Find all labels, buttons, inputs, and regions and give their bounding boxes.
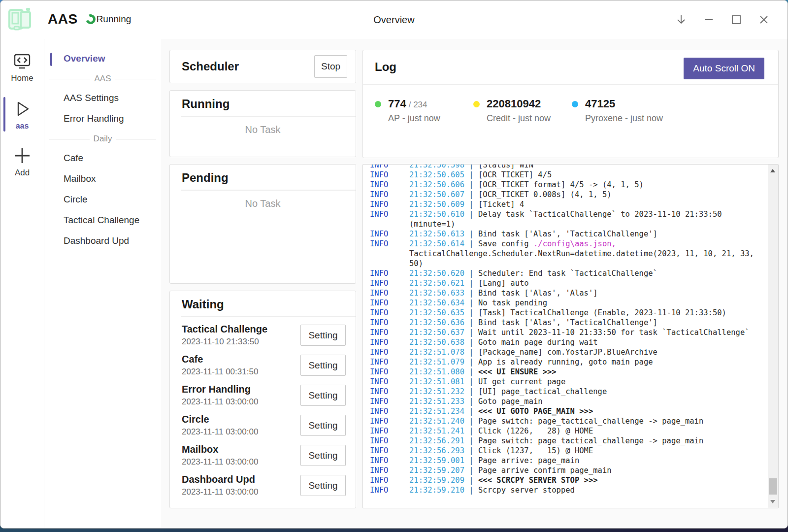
nav-item-circle[interactable]: Circle [44, 190, 161, 210]
nav-list: OverviewAASAAS SettingsError HandlingDai… [44, 39, 161, 528]
setting-button-dashboard-upd[interactable]: Setting [300, 475, 346, 496]
waiting-task-mailbox: Mailbox2023-11-11 03:00:00Setting [182, 440, 346, 470]
running-title: Running [182, 97, 356, 111]
log-line: INFO21:32:56.293 | Click (1237, 15) @ HO… [370, 446, 761, 456]
log-line: INFO21:32:50.634 | No task pending [370, 298, 761, 308]
minimize-icon[interactable] [701, 13, 716, 27]
log-column: Log Auto Scroll ON 774/ 234AP - just now… [362, 50, 779, 508]
running-empty-text: No Task [170, 117, 356, 135]
log-line: INFO21:32:50.598 | [Status] WIN [370, 164, 761, 170]
rail-item-add[interactable]: Add [0, 142, 44, 183]
nav-item-cafe[interactable]: Cafe [44, 148, 161, 169]
app-name: AAS [48, 11, 78, 27]
running-spinner-icon [84, 13, 97, 26]
log-line: INFO21:32:51.234 | <<< UI GOTO PAGE_MAIN… [370, 406, 761, 416]
setting-button-mailbox[interactable]: Setting [300, 445, 346, 466]
waiting-card: Waiting Tactical Challenge2023-11-10 21:… [169, 291, 356, 508]
waiting-task-circle: Circle2023-11-11 03:00:00Setting [182, 410, 346, 440]
log-line: INFO21:32:51.240 | Page switch: page_tac… [370, 416, 761, 426]
waiting-task-info: Cafe2023-11-11 00:31:50 [182, 354, 258, 377]
stat-pyroxene: 47125Pyroxene - just now [572, 98, 670, 124]
log-lines: INFO21:32:50.598 | [Status] WININFO21:32… [363, 164, 778, 498]
task-name: Circle [182, 414, 258, 425]
stat-label: AP - just now [388, 113, 440, 124]
task-name: Cafe [182, 354, 258, 365]
nav-section-daily: Daily [44, 130, 161, 148]
scroll-down-icon[interactable] [770, 500, 775, 503]
waiting-task-info: Circle2023-11-11 03:00:00 [182, 414, 258, 437]
nav-item-dashboard-upd[interactable]: Dashboard Upd [44, 231, 161, 252]
nav-item-error-handling[interactable]: Error Handling [44, 109, 161, 130]
scheduler-card: Scheduler Stop [169, 50, 356, 83]
rail-item-aas[interactable]: aas [0, 95, 44, 135]
log-line: INFO21:32:50.613 | Bind task ['Alas', 'T… [370, 229, 761, 239]
waiting-task-dashboard-upd: Dashboard Upd2023-11-11 03:00:00Setting [182, 470, 346, 500]
log-line: INFO21:32:50.609 | [Ticket] 4 [370, 200, 761, 209]
plus-icon [12, 146, 32, 165]
maximize-icon[interactable] [729, 13, 743, 27]
task-next-run: 2023-11-11 00:31:50 [182, 367, 258, 377]
log-line: INFO21:32:50.633 | Bind task ['Alas', 'A… [370, 288, 761, 298]
log-line: INFO21:32:50.614 | Save config ./config\… [370, 239, 761, 268]
icon-rail: Home aas Add [0, 39, 44, 528]
stat-credit: 220810942Credit - just now [473, 98, 572, 124]
rail-item-home[interactable]: Home [0, 49, 44, 88]
nav-item-tactical-challenge[interactable]: Tactical Challenge [44, 210, 161, 231]
stat-label: Pyroxene - just now [585, 113, 663, 124]
stat-value: 774 [388, 98, 406, 110]
log-line: INFO21:32:50.637 | Wait until 2023-11-10… [370, 328, 761, 337]
task-next-run: 2023-11-11 03:00:00 [182, 397, 258, 407]
log-output[interactable]: INFO21:32:50.598 | [Status] WININFO21:32… [362, 164, 779, 508]
arrow-down-icon[interactable] [674, 13, 688, 27]
running-card: Running No Task [169, 90, 356, 157]
pending-title: Pending [182, 171, 356, 185]
nav-item-aas-settings[interactable]: AAS Settings [44, 88, 161, 109]
log-line: INFO21:32:50.610 | Delay task `TacticalC… [370, 209, 761, 229]
task-next-run: 2023-11-10 21:33:50 [182, 337, 267, 347]
log-line: INFO21:32:51.241 | Click (1226, 28) @ HO… [370, 426, 761, 436]
nav-item-overview[interactable]: Overview [44, 49, 161, 69]
title-bar: AAS Running Overview [0, 0, 788, 39]
stat-label: Credit - just now [487, 113, 551, 124]
setting-button-cafe[interactable]: Setting [300, 355, 346, 376]
main-content: Scheduler Stop Running No Task Pending N… [161, 39, 788, 528]
pending-card: Pending No Task [169, 164, 356, 284]
setting-button-circle[interactable]: Setting [300, 415, 346, 436]
log-line: INFO21:32:50.605 | [OCR_TICKET] 4/5 [370, 170, 761, 180]
log-line: INFO21:32:59.210 | Scrcpy server stopped [370, 485, 761, 495]
nav-item-mailbox[interactable]: Mailbox [44, 169, 161, 190]
task-name: Tactical Challenge [182, 324, 267, 335]
stat-dot-icon [375, 101, 381, 107]
close-icon[interactable] [756, 13, 771, 27]
waiting-task-info: Error Handling2023-11-11 03:00:00 [182, 384, 258, 407]
auto-scroll-button[interactable]: Auto Scroll ON [684, 58, 764, 79]
scroll-up-icon[interactable] [770, 169, 775, 172]
stat-total: / 234 [409, 100, 427, 109]
scheduler-title: Scheduler [182, 60, 239, 73]
setting-button-tactical-challenge[interactable]: Setting [300, 325, 346, 346]
task-name: Error Handling [182, 384, 258, 395]
task-next-run: 2023-11-11 03:00:00 [182, 487, 258, 497]
log-line: INFO21:32:50.638 | Goto main page during… [370, 337, 761, 347]
setting-button-error-handling[interactable]: Setting [300, 385, 346, 406]
log-line: INFO21:32:51.078 | [Package_name] com.Yo… [370, 347, 761, 357]
scheduler-column: Scheduler Stop Running No Task Pending N… [169, 50, 356, 508]
scheduler-status: Running [97, 14, 131, 25]
waiting-task-tactical-challenge: Tactical Challenge2023-11-10 21:33:50Set… [182, 320, 346, 350]
stat-ap: 774/ 234AP - just now [375, 98, 473, 124]
scrollbar-thumb[interactable] [769, 478, 777, 495]
waiting-task-error-handling: Error Handling2023-11-11 03:00:00Setting [182, 380, 346, 410]
log-line: INFO21:32:51.080 | <<< UI ENSURE >>> [370, 367, 761, 377]
task-next-run: 2023-11-11 03:00:00 [182, 427, 258, 437]
waiting-list: Tactical Challenge2023-11-10 21:33:50Set… [170, 317, 356, 500]
task-name: Mailbox [182, 444, 258, 455]
task-name: Dashboard Upd [182, 474, 258, 485]
waiting-task-info: Tactical Challenge2023-11-10 21:33:50 [182, 324, 267, 347]
stop-button[interactable]: Stop [314, 55, 347, 78]
log-line: INFO21:32:51.233 | Goto page_main [370, 397, 761, 406]
stat-dot-icon [473, 101, 480, 107]
log-scrollbar[interactable] [768, 165, 778, 508]
log-line: INFO21:32:50.636 | Bind task ['Alas', 'T… [370, 318, 761, 328]
log-line: INFO21:32:56.291 | Page switch: page_tac… [370, 436, 761, 446]
waiting-task-info: Dashboard Upd2023-11-11 03:00:00 [182, 474, 258, 497]
